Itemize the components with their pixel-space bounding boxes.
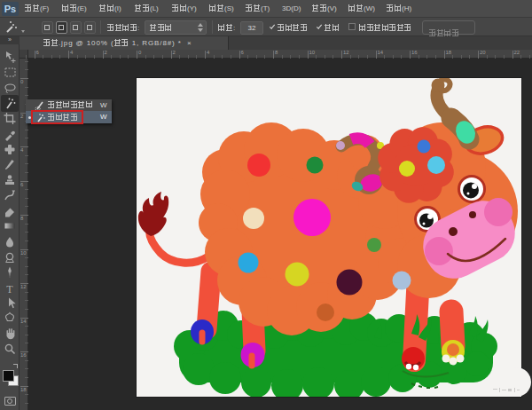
svg-text:T: T bbox=[6, 283, 13, 295]
